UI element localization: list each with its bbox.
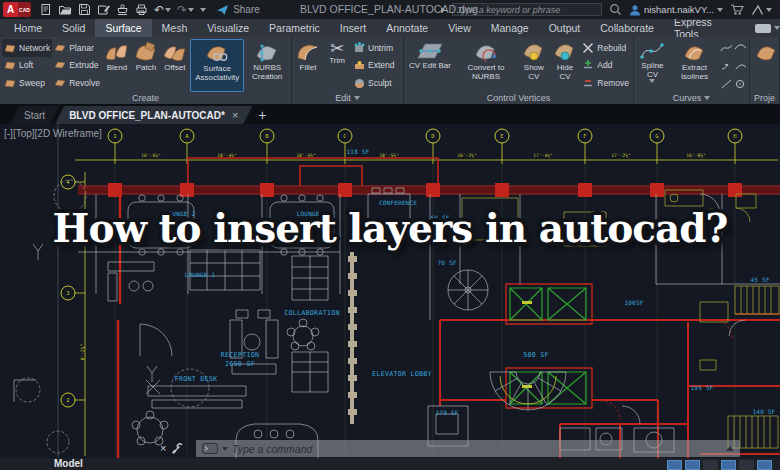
sweep-button[interactable]: Sweep: [2, 74, 52, 92]
ribbon-options-button[interactable]: [755, 19, 780, 37]
command-input[interactable]: [232, 443, 532, 455]
svg-text:B: B: [265, 133, 269, 139]
project-panel-label[interactable]: Proje: [750, 92, 779, 104]
convert-to-nurbs-button[interactable]: Convert to NURBS: [455, 39, 517, 92]
new-tab-button[interactable]: +: [258, 108, 266, 124]
svg-text:17'-2½": 17'-2½": [611, 153, 630, 158]
autocad-logo[interactable]: A CAD: [3, 2, 31, 17]
close-tab-icon[interactable]: ×: [232, 109, 238, 121]
status-bar: Model: [0, 458, 780, 470]
caret-down-icon[interactable]: [188, 8, 194, 12]
remove-cv-button[interactable]: Remove: [580, 77, 631, 89]
project-geometry-button[interactable]: [752, 39, 780, 92]
nurbs-creation-toggle[interactable]: NURBS Creation: [245, 39, 289, 92]
customize-wrench-icon[interactable]: [172, 442, 184, 454]
tab-solid[interactable]: Solid: [52, 19, 95, 37]
undo-button[interactable]: ↶: [154, 4, 171, 16]
command-line-bar[interactable]: [196, 440, 740, 457]
tab-mesh[interactable]: Mesh: [152, 19, 198, 37]
extrude-button[interactable]: Extrude: [52, 57, 102, 75]
offset-button[interactable]: Offset: [161, 39, 189, 92]
sculpt-button[interactable]: Sculpt: [352, 78, 396, 89]
tab-express-tools[interactable]: Express Tools: [664, 19, 729, 37]
svg-text:16'-6¼": 16'-6¼": [141, 153, 160, 158]
print-button[interactable]: [135, 3, 148, 16]
redo-button[interactable]: ↷: [177, 4, 194, 16]
tab-collaborate[interactable]: Collaborate: [590, 19, 664, 37]
logo-a: A: [3, 2, 18, 17]
lineweight-toggle[interactable]: [757, 460, 772, 470]
polar-toggle[interactable]: [721, 460, 736, 470]
recent-commands-caret-icon[interactable]: [222, 447, 228, 451]
add-cv-button[interactable]: Add: [580, 59, 631, 71]
line-tool-icon[interactable]: [720, 79, 733, 89]
caret-down-icon[interactable]: [165, 8, 171, 12]
network-button[interactable]: Network: [2, 39, 52, 57]
tab-home[interactable]: Home: [4, 19, 52, 37]
file-tab-active-document[interactable]: BLVD OFFICE_PLAN-AUTOCAD* ×: [55, 106, 252, 124]
file-tab-start[interactable]: Start: [10, 106, 59, 124]
arc-tool-icon[interactable]: [734, 61, 747, 71]
tab-annotate[interactable]: Annotate: [376, 19, 438, 37]
autodesk-menu-button[interactable]: [751, 4, 772, 16]
curves-panel-label[interactable]: Curves: [634, 92, 749, 104]
plot-button[interactable]: [116, 3, 129, 16]
trim-button[interactable]: ✂ Trim: [323, 39, 351, 92]
wave-tool-icon[interactable]: [734, 43, 747, 53]
control-vertices-panel-label[interactable]: Control Vertices: [404, 92, 633, 104]
command-prompt-icon[interactable]: [202, 443, 218, 454]
fillet-button[interactable]: Fillet: [294, 39, 322, 92]
extract-isolines-icon: [681, 40, 707, 64]
close-command-icon[interactable]: ×: [160, 443, 166, 454]
open-file-button[interactable]: [58, 3, 72, 16]
search-icon[interactable]: [609, 3, 622, 16]
ribbon-tab-bar: Home Solid Surface Mesh Visualize Parame…: [0, 19, 780, 37]
extend-button[interactable]: Extend: [352, 60, 396, 71]
reverse-tool-icon[interactable]: [720, 61, 733, 71]
rebuild-button[interactable]: Rebuild: [580, 42, 631, 54]
new-file-button[interactable]: [39, 3, 52, 16]
save-button[interactable]: [78, 3, 91, 16]
cart-icon[interactable]: [730, 3, 744, 16]
qat-more-caret[interactable]: [200, 8, 206, 12]
tab-visualize[interactable]: Visualize: [197, 19, 259, 37]
spline-tool-icon[interactable]: [720, 43, 733, 53]
tab-surface[interactable]: Surface: [95, 19, 151, 37]
extract-isolines-button[interactable]: Extract Isolines: [670, 39, 719, 92]
hide-cv-button[interactable]: Hide CV: [551, 39, 580, 92]
edit-panel-label[interactable]: Edit: [292, 92, 403, 104]
patch-button[interactable]: Patch: [132, 39, 160, 92]
untrim-button[interactable]: Untrim: [352, 42, 396, 53]
model-tab[interactable]: Model: [54, 458, 83, 469]
planar-button[interactable]: Planar: [52, 39, 102, 57]
show-cv-button[interactable]: Show CV: [518, 39, 550, 92]
circle-tool-icon[interactable]: [734, 79, 747, 89]
viewport-controls[interactable]: [-][Top][2D Wireframe]: [4, 128, 102, 139]
osnap-toggle[interactable]: [739, 460, 754, 470]
save-as-button[interactable]: [97, 3, 110, 16]
snap-toggle[interactable]: [685, 460, 700, 470]
tab-insert[interactable]: Insert: [330, 19, 376, 37]
expand-command-history-icon[interactable]: [726, 446, 734, 451]
share-button[interactable]: Share: [216, 4, 260, 16]
surface-associativity-toggle[interactable]: Surface Associativity: [190, 39, 244, 92]
nurbs-creation-icon: [254, 40, 280, 64]
spline-cv-button[interactable]: Spline CV: [636, 39, 669, 92]
tab-manage[interactable]: Manage: [481, 19, 539, 37]
user-account-button[interactable]: nishant.naikVY...: [629, 4, 723, 16]
loft-button[interactable]: Loft: [2, 57, 52, 75]
tab-view[interactable]: View: [438, 19, 481, 37]
revolve-button[interactable]: Revolve: [52, 74, 102, 92]
blend-button[interactable]: Blend: [103, 39, 131, 92]
tab-output[interactable]: Output: [539, 19, 591, 37]
tab-parametric[interactable]: Parametric: [259, 19, 330, 37]
drawing-canvas[interactable]: 1 A B C D E F G H 4 3 2 16'-6¼" 18'-4¼" …: [0, 124, 780, 458]
cv-edit-bar-button[interactable]: CV Edit Bar: [406, 39, 454, 92]
ribbon-panels: Network Loft Sweep Planar Extrude Revolv…: [0, 37, 780, 104]
ortho-toggle[interactable]: [703, 460, 718, 470]
caret-down-icon: [717, 8, 723, 12]
grid-toggle[interactable]: [667, 460, 682, 470]
add-icon: [582, 59, 594, 71]
create-panel-label[interactable]: Create: [0, 92, 291, 104]
title-bar: A CAD ↶ ↷ Share BLVD OFFICE_PLAN-AUTOCAD…: [0, 0, 780, 19]
